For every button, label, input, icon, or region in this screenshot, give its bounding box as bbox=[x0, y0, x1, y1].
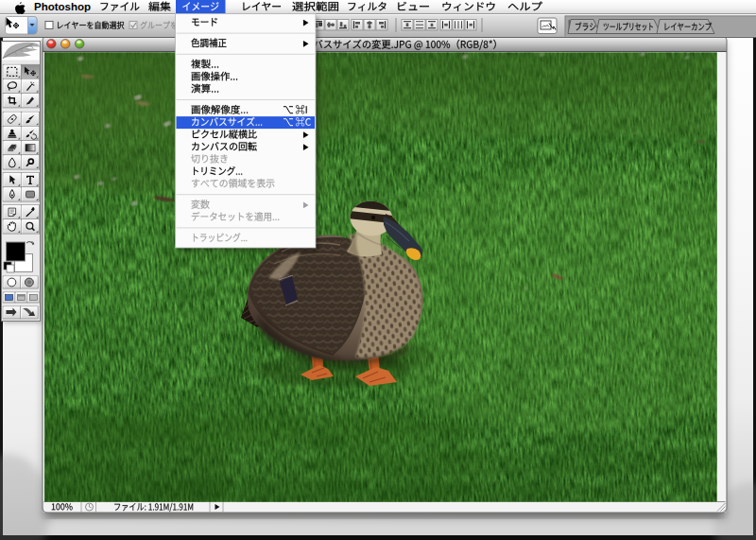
svg-text:Photoshop: Photoshop bbox=[34, 1, 91, 12]
